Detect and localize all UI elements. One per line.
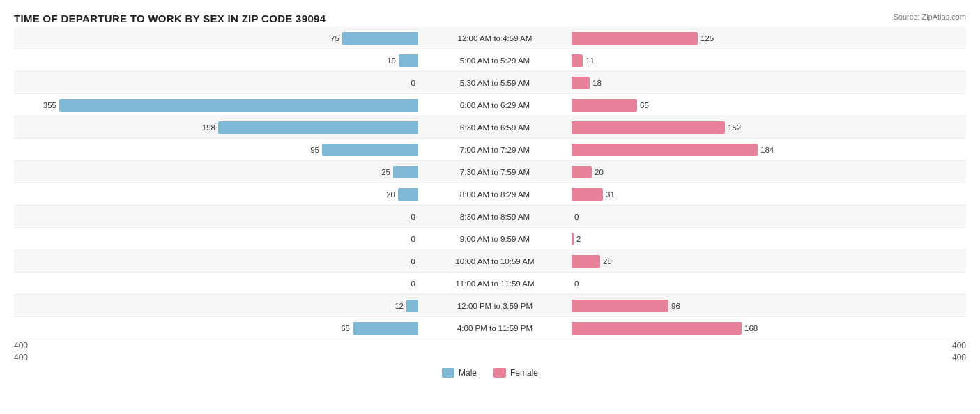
male-value: 198 <box>202 123 215 132</box>
male-bar <box>59 99 418 112</box>
male-value: 25 <box>381 168 390 176</box>
legend-male: Male <box>442 368 477 378</box>
chart-row: 010:00 AM to 10:59 AM28 <box>14 250 966 273</box>
time-label: 4:00 PM to 11:59 PM <box>418 324 572 332</box>
male-bar <box>393 166 418 178</box>
bottom-axis-right: 400 <box>924 353 966 362</box>
female-bar <box>572 32 698 45</box>
male-bar <box>406 300 418 312</box>
chart-row: 3556:00 AM to 6:29 AM65 <box>14 94 966 116</box>
legend-male-label: Male <box>459 368 477 378</box>
male-value: 0 <box>411 257 415 266</box>
time-label: 8:00 AM to 8:29 AM <box>418 190 572 199</box>
chart-row: 208:00 AM to 8:29 AM31 <box>14 183 966 206</box>
male-bar <box>353 322 418 335</box>
source-text: Source: ZipAtlas.com <box>893 13 966 21</box>
male-bar <box>398 188 418 201</box>
female-bar <box>572 144 758 156</box>
time-label: 7:30 AM to 7:59 AM <box>418 168 572 176</box>
female-bar <box>572 166 592 178</box>
male-swatch <box>442 368 454 378</box>
time-label: 12:00 AM to 4:59 AM <box>418 34 572 43</box>
female-bar <box>572 300 668 312</box>
female-bar <box>572 121 725 134</box>
female-value: 31 <box>606 190 615 199</box>
male-value: 19 <box>387 56 396 65</box>
chart-row: 654:00 PM to 11:59 PM168 <box>14 317 966 339</box>
time-label: 7:00 AM to 7:29 AM <box>418 146 572 154</box>
chart-row: 1986:30 AM to 6:59 AM152 <box>14 116 966 139</box>
female-value: 0 <box>574 213 579 221</box>
legend: Male Female <box>14 368 966 378</box>
chart-row: 1212:00 PM to 3:59 PM96 <box>14 295 966 317</box>
female-bar <box>572 233 574 245</box>
male-bar <box>322 144 418 156</box>
female-value: 65 <box>640 101 649 109</box>
female-value: 20 <box>595 168 604 176</box>
time-label: 9:00 AM to 9:59 AM <box>418 235 572 243</box>
chart-row: 09:00 AM to 9:59 AM2 <box>14 228 966 250</box>
time-label: 5:00 AM to 5:29 AM <box>418 56 572 65</box>
female-value: 28 <box>603 257 612 266</box>
time-label: 12:00 PM to 3:59 PM <box>418 302 572 310</box>
chart-row: 05:30 AM to 5:59 AM18 <box>14 72 966 94</box>
chart-container: TIME OF DEPARTURE TO WORK BY SEX IN ZIP … <box>0 0 980 414</box>
male-value: 0 <box>411 213 415 221</box>
female-bar <box>572 54 583 67</box>
male-value: 0 <box>411 235 415 243</box>
female-bar <box>572 188 603 201</box>
male-value: 65 <box>341 324 350 332</box>
time-label: 6:30 AM to 6:59 AM <box>418 123 572 132</box>
chart-row: 08:30 AM to 8:59 AM0 <box>14 206 966 228</box>
female-swatch <box>493 368 506 378</box>
female-value: 152 <box>728 123 741 132</box>
female-value: 96 <box>671 302 680 310</box>
time-label: 6:00 AM to 6:29 AM <box>418 101 572 109</box>
chart-title: TIME OF DEPARTURE TO WORK BY SEX IN ZIP … <box>14 13 966 24</box>
female-value: 18 <box>592 79 602 87</box>
time-label: 8:30 AM to 8:59 AM <box>418 213 572 221</box>
male-value: 0 <box>411 79 415 87</box>
bottom-axis-left: 400 <box>14 353 56 362</box>
time-label: 11:00 AM to 11:59 AM <box>418 279 572 288</box>
female-value: 0 <box>574 279 579 288</box>
female-bar <box>572 255 600 268</box>
female-value: 11 <box>585 56 595 65</box>
male-value: 20 <box>386 190 395 199</box>
chart-row: 011:00 AM to 11:59 AM0 <box>14 273 966 295</box>
chart-row: 7512:00 AM to 4:59 AM125 <box>14 27 966 49</box>
female-bar <box>572 77 590 89</box>
female-value: 2 <box>576 235 581 243</box>
axis-right: 400 <box>952 341 966 351</box>
chart-body: 7512:00 AM to 4:59 AM125195:00 AM to 5:2… <box>14 27 966 339</box>
chart-row: 957:00 AM to 7:29 AM184 <box>14 139 966 161</box>
male-bar <box>342 32 418 45</box>
female-value: 125 <box>700 34 714 43</box>
legend-female-label: Female <box>510 368 538 378</box>
male-value: 75 <box>330 34 339 43</box>
male-value: 0 <box>411 279 415 288</box>
chart-row: 195:00 AM to 5:29 AM11 <box>14 49 966 72</box>
chart-row: 257:30 AM to 7:59 AM20 <box>14 161 966 183</box>
axis-left: 400 <box>14 341 28 351</box>
male-bar <box>399 54 418 67</box>
male-value: 12 <box>395 302 404 310</box>
female-value: 168 <box>744 324 758 332</box>
male-value: 95 <box>310 146 319 154</box>
female-value: 184 <box>760 146 774 154</box>
male-bar <box>218 121 418 134</box>
female-bar <box>572 322 742 335</box>
female-bar <box>572 99 637 112</box>
time-label: 5:30 AM to 5:59 AM <box>418 79 572 87</box>
legend-female: Female <box>493 368 538 378</box>
male-value: 355 <box>43 101 56 109</box>
time-label: 10:00 AM to 10:59 AM <box>418 257 572 266</box>
